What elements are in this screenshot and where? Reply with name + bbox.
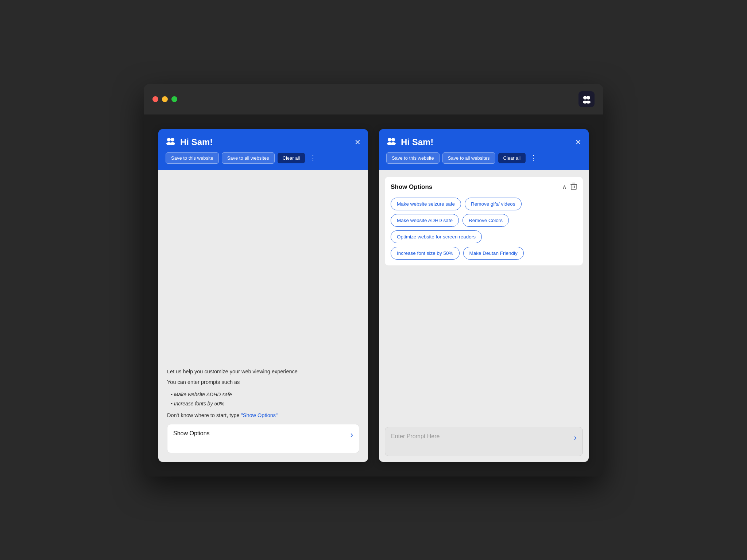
- right-panel: Hi Sam! ✕ Save to this website Save to a…: [379, 129, 589, 462]
- options-row-1: Make website seizure safe Remove gifs/ v…: [391, 198, 577, 210]
- hint-item-2: Increase fonts by 50%: [171, 399, 359, 408]
- right-input-placeholder[interactable]: Enter Prompt Here: [391, 433, 571, 440]
- hint-cta-prefix: Don't know where to start, type: [167, 412, 241, 418]
- svg-point-4: [167, 138, 171, 141]
- browser-titlebar: [144, 84, 603, 114]
- chip-remove-gifs[interactable]: Remove gifs/ videos: [465, 198, 522, 210]
- panels-container: Hi Sam! ✕ Save to this website Save to a…: [144, 114, 603, 462]
- svg-point-8: [388, 138, 391, 141]
- left-save-this-website-button[interactable]: Save to this website: [166, 152, 219, 164]
- hint-cta-link: "Show Options": [241, 412, 278, 418]
- chip-font-size[interactable]: Increase font size by 50%: [391, 247, 460, 260]
- show-options-header: Show Options ∧: [391, 183, 577, 192]
- svg-rect-13: [572, 183, 575, 183]
- left-save-all-websites-button[interactable]: Save to all websites: [222, 152, 275, 164]
- right-panel-title-row: Hi Sam! ✕: [386, 137, 581, 147]
- right-panel-title-left: Hi Sam!: [386, 137, 433, 147]
- svg-point-3: [586, 101, 591, 104]
- svg-point-1: [587, 96, 590, 100]
- delete-button[interactable]: [570, 183, 577, 192]
- left-panel-header: Hi Sam! ✕ Save to this website Save to a…: [158, 129, 368, 170]
- left-input-area[interactable]: Show Options ›: [167, 424, 359, 453]
- left-panel-actions: Save to this website Save to all website…: [166, 152, 361, 164]
- traffic-light-green[interactable]: [171, 96, 177, 102]
- left-clear-all-button[interactable]: Clear all: [278, 153, 305, 163]
- right-clear-all-button[interactable]: Clear all: [498, 153, 526, 163]
- svg-point-9: [391, 138, 395, 141]
- hint-line2: You can enter prompts such as: [167, 378, 359, 386]
- users-icon-left: [166, 137, 176, 147]
- options-row-4: Increase font size by 50% Make Deutan Fr…: [391, 247, 577, 260]
- svg-rect-15: [573, 186, 573, 188]
- right-panel-body: Show Options ∧: [379, 170, 589, 462]
- svg-point-0: [583, 96, 587, 100]
- left-panel-title-left: Hi Sam!: [166, 137, 213, 147]
- hint-item-1: Make website ADHD safe: [171, 390, 359, 399]
- hint-line1: Let us help you customize your web viewi…: [167, 368, 359, 376]
- svg-point-7: [170, 142, 175, 145]
- browser-app-icon: [578, 91, 595, 107]
- browser-window: Hi Sam! ✕ Save to this website Save to a…: [144, 84, 603, 477]
- right-panel-title: Hi Sam!: [401, 137, 433, 147]
- traffic-light-red[interactable]: [152, 96, 158, 102]
- left-panel-close-button[interactable]: ✕: [355, 139, 361, 146]
- chip-adhd-safe[interactable]: Make website ADHD safe: [391, 214, 459, 227]
- options-row-3: Optimize website for screen readers: [391, 230, 577, 243]
- chip-remove-colors[interactable]: Remove Colors: [462, 214, 509, 227]
- right-panel-close-button[interactable]: ✕: [575, 139, 581, 146]
- show-options-controls: ∧: [562, 183, 577, 192]
- options-row-2: Make website ADHD safe Remove Colors: [391, 214, 577, 227]
- right-panel-header: Hi Sam! ✕ Save to this website Save to a…: [379, 129, 589, 170]
- right-panel-actions: Save to this website Save to all website…: [386, 152, 581, 164]
- options-grid: Make website seizure safe Remove gifs/ v…: [391, 198, 577, 260]
- users-icon-right: [386, 137, 396, 147]
- left-more-button[interactable]: ⋮: [309, 153, 317, 162]
- right-save-this-website-button[interactable]: Save to this website: [386, 152, 440, 164]
- right-input-area[interactable]: Enter Prompt Here ›: [385, 427, 583, 456]
- svg-point-11: [391, 142, 396, 145]
- svg-rect-16: [574, 186, 575, 188]
- svg-point-5: [171, 138, 174, 141]
- chip-deutan-friendly[interactable]: Make Deutan Friendly: [463, 247, 524, 260]
- right-more-button[interactable]: ⋮: [530, 153, 538, 162]
- show-options-title: Show Options: [391, 183, 432, 191]
- right-send-button[interactable]: ›: [574, 433, 577, 443]
- left-panel-body: Let us help you customize your web viewi…: [158, 170, 368, 462]
- left-panel-title-row: Hi Sam! ✕: [166, 137, 361, 147]
- hint-cta: Don't know where to start, type "Show Op…: [167, 412, 359, 418]
- chip-seizure-safe[interactable]: Make website seizure safe: [391, 198, 461, 210]
- show-options-section: Show Options ∧: [385, 177, 583, 265]
- chip-screen-readers[interactable]: Optimize website for screen readers: [391, 230, 482, 243]
- left-panel-title: Hi Sam!: [180, 137, 213, 147]
- collapse-button[interactable]: ∧: [562, 183, 567, 191]
- traffic-lights: [152, 96, 177, 102]
- right-save-all-websites-button[interactable]: Save to all websites: [442, 152, 495, 164]
- traffic-light-yellow[interactable]: [162, 96, 168, 102]
- left-send-button[interactable]: ›: [351, 430, 353, 440]
- svg-rect-14: [571, 184, 576, 190]
- left-input-value[interactable]: Show Options: [173, 430, 348, 437]
- hint-list: Make website ADHD safe Increase fonts by…: [171, 390, 359, 408]
- left-panel: Hi Sam! ✕ Save to this website Save to a…: [158, 129, 368, 462]
